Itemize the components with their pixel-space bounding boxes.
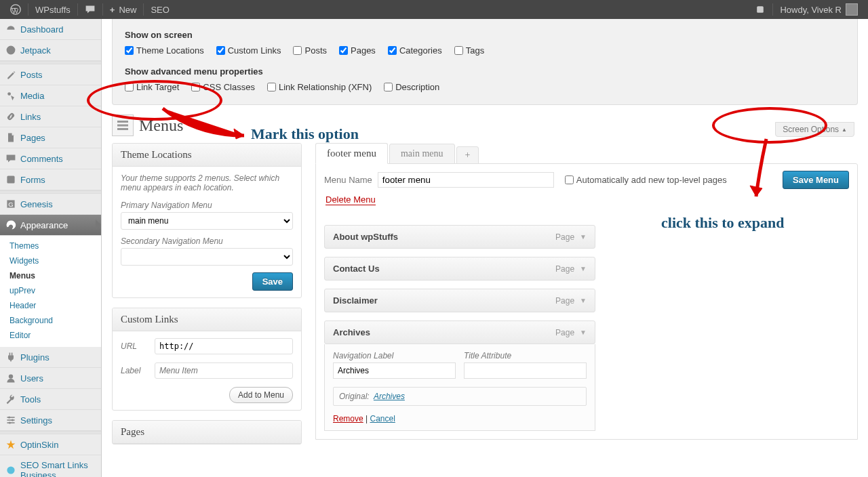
menu-tab-main-menu[interactable]: main menu bbox=[389, 144, 455, 164]
sidebar-item-links[interactable]: Links bbox=[0, 106, 101, 127]
menu-item-type: Page bbox=[555, 264, 574, 274]
checkbox[interactable] bbox=[454, 46, 463, 55]
menu-item-details: Navigation LabelTitle AttributeOriginal:… bbox=[324, 344, 595, 431]
svg-point-7 bbox=[9, 374, 13, 378]
adv-prop-css-classes[interactable]: CSS Classes bbox=[191, 82, 255, 92]
admin-bar: WPstuffs +New SEO Howdy, Vivek R bbox=[0, 0, 868, 19]
primary-nav-select[interactable]: main menu bbox=[121, 212, 293, 230]
sidebar-item-label: Dashboard bbox=[20, 24, 64, 35]
menu-name-input[interactable] bbox=[378, 172, 554, 188]
wp-logo[interactable] bbox=[4, 0, 27, 19]
show-on-screen-custom-links[interactable]: Custom Links bbox=[216, 45, 281, 56]
show-on-screen-tags[interactable]: Tags bbox=[454, 45, 484, 56]
svg-point-12 bbox=[12, 419, 14, 421]
sidebar-item-media[interactable]: Media bbox=[0, 85, 101, 106]
primary-nav-label: Primary Navigation Menu bbox=[121, 201, 293, 210]
nav-label-input[interactable] bbox=[333, 362, 456, 379]
checkbox[interactable] bbox=[125, 46, 134, 55]
add-to-menu-button[interactable]: Add to Menu bbox=[229, 387, 293, 403]
menu-item-bar[interactable]: DisclaimerPage▼ bbox=[324, 289, 595, 312]
sidebar-item-forms[interactable]: Forms bbox=[0, 169, 101, 190]
right-column: footer menumain menu+ Menu Name Automati… bbox=[315, 143, 858, 440]
sidebar-item-optinskin[interactable]: OptinSkin bbox=[0, 434, 101, 455]
title-attr-input[interactable] bbox=[464, 362, 587, 379]
sidebar-item-tools[interactable]: Tools bbox=[0, 389, 101, 410]
checkbox[interactable] bbox=[267, 83, 276, 91]
sidebar-item-label: Genesis bbox=[20, 199, 53, 209]
svg-point-13 bbox=[9, 421, 11, 423]
site-name[interactable]: WPstuffs bbox=[29, 0, 77, 19]
auto-add-checkbox[interactable] bbox=[565, 175, 574, 184]
sidebar-item-comments[interactable]: Comments bbox=[0, 148, 101, 169]
submenu-item-background[interactable]: Background bbox=[0, 313, 101, 328]
delete-menu-link[interactable]: Delete Menu bbox=[326, 194, 376, 205]
tools-icon bbox=[5, 394, 16, 405]
nav-label-label: Navigation Label bbox=[333, 351, 456, 360]
sidebar-item-settings[interactable]: Settings bbox=[0, 410, 101, 431]
sidebar-item-label: SEO Smart Links Business bbox=[20, 460, 96, 477]
triangle-up-icon: ▲ bbox=[842, 127, 847, 133]
menu-tab-footer-menu[interactable]: footer menu bbox=[315, 143, 388, 164]
sidebar-item-seo-smart-links-business[interactable]: SEO Smart Links Business bbox=[0, 455, 101, 477]
sidebar-item-dashboard[interactable]: Dashboard bbox=[0, 19, 101, 40]
save-menu-button[interactable]: Save Menu bbox=[783, 171, 849, 189]
adv-prop-description[interactable]: Description bbox=[384, 82, 439, 92]
cancel-link[interactable]: Cancel bbox=[370, 414, 395, 423]
sidebar-item-appearance[interactable]: Appearance bbox=[0, 215, 101, 236]
checkbox[interactable] bbox=[216, 46, 225, 55]
secondary-nav-select[interactable] bbox=[121, 248, 293, 266]
submenu-item-upprev[interactable]: upPrev bbox=[0, 283, 101, 298]
screen-options-tab[interactable]: Screen Options▲ bbox=[775, 122, 854, 137]
checkbox[interactable] bbox=[191, 83, 200, 91]
menu-settings: Menu Name Automatically add new top-leve… bbox=[315, 163, 858, 440]
seo-menu[interactable]: SEO bbox=[144, 0, 175, 19]
add-menu-tab[interactable]: + bbox=[456, 146, 479, 164]
left-column: Theme Locations Your theme supports 2 me… bbox=[112, 143, 302, 454]
notifications[interactable] bbox=[749, 0, 772, 19]
forms-icon bbox=[5, 174, 16, 185]
theme-locations-box: Theme Locations Your theme supports 2 me… bbox=[112, 143, 302, 298]
checkbox[interactable] bbox=[388, 46, 397, 55]
show-on-screen-posts[interactable]: Posts bbox=[293, 45, 327, 56]
submenu-item-editor[interactable]: Editor bbox=[0, 328, 101, 343]
checkbox[interactable] bbox=[293, 46, 302, 55]
sidebar-item-users[interactable]: Users bbox=[0, 368, 101, 389]
adv-prop-link-target[interactable]: Link Target bbox=[125, 82, 179, 92]
menu-item-bar[interactable]: About wpStuffsPage▼ bbox=[324, 225, 595, 249]
comments-bubble[interactable] bbox=[79, 0, 102, 19]
sidebar-item-genesis[interactable]: GGenesis bbox=[0, 194, 101, 215]
auto-add-pages[interactable]: Automatically add new top-level pages bbox=[565, 175, 727, 185]
save-theme-locations-button[interactable]: Save bbox=[252, 272, 293, 291]
adv-prop-link-relationship-xfn-[interactable]: Link Relationship (XFN) bbox=[267, 82, 372, 92]
remove-link[interactable]: Remove bbox=[333, 414, 363, 423]
show-on-screen-categories[interactable]: Categories bbox=[388, 45, 442, 56]
sidebar-item-pages[interactable]: Pages bbox=[0, 127, 101, 148]
submenu-item-header[interactable]: Header bbox=[0, 298, 101, 313]
new-content[interactable]: +New bbox=[104, 0, 143, 19]
sidebar-item-jetpack[interactable]: Jetpack bbox=[0, 40, 101, 61]
pages-icon bbox=[5, 132, 16, 143]
menu-item-bar[interactable]: Contact UsPage▼ bbox=[324, 257, 595, 281]
checkbox[interactable] bbox=[125, 83, 134, 91]
secondary-nav-label: Secondary Navigation Menu bbox=[121, 236, 293, 246]
sidebar-item-plugins[interactable]: Plugins bbox=[0, 347, 101, 368]
menu-item: About wpStuffsPage▼ bbox=[324, 225, 595, 249]
my-account[interactable]: Howdy, Vivek R bbox=[774, 0, 864, 19]
jetpack-icon bbox=[5, 45, 16, 56]
sidebar-item-label: Comments bbox=[20, 154, 63, 164]
show-on-screen-theme-locations[interactable]: Theme Locations bbox=[125, 45, 204, 56]
submenu-item-themes[interactable]: Themes bbox=[0, 239, 101, 253]
submenu-item-menus[interactable]: Menus bbox=[0, 268, 101, 283]
show-on-screen-pages[interactable]: Pages bbox=[339, 45, 376, 56]
posts-icon bbox=[5, 69, 16, 80]
menu-item-bar[interactable]: ArchivesPage▼ bbox=[324, 320, 595, 344]
submenu-item-widgets[interactable]: Widgets bbox=[0, 253, 101, 268]
checkbox[interactable] bbox=[384, 83, 393, 91]
original-link[interactable]: Archives bbox=[374, 392, 405, 401]
sidebar-item-posts[interactable]: Posts bbox=[0, 64, 101, 85]
checkbox[interactable] bbox=[339, 46, 348, 55]
custom-link-label-input[interactable] bbox=[155, 362, 293, 379]
custom-link-url-input[interactable] bbox=[155, 338, 293, 354]
svg-rect-4 bbox=[7, 175, 14, 183]
menu-item-title: Contact Us bbox=[333, 264, 380, 274]
